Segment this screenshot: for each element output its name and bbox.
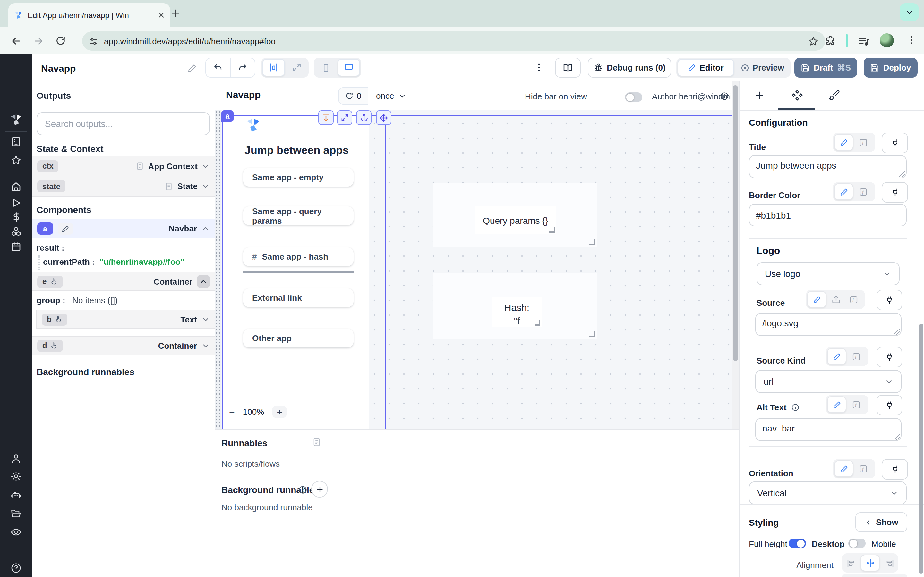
styling-show-button[interactable]: Show [855,512,907,532]
sidebar-workspace-icon[interactable] [10,136,22,147]
nav-link-external[interactable]: External link [243,288,354,307]
edit-id-pencil-icon[interactable] [57,223,73,234]
fx-mode-icon[interactable]: f [848,397,864,412]
rename-pencil-icon[interactable] [187,63,197,73]
forward-icon[interactable] [33,35,44,47]
browser-window-chevron-button[interactable] [900,3,919,21]
runnables-log-icon[interactable] [312,437,321,447]
canvas-scrollbar-thumb[interactable] [733,85,738,361]
fx-mode-icon[interactable]: f [848,349,864,364]
title-input[interactable]: Jump between apps [749,155,907,178]
tab-styling-icon[interactable] [829,89,840,101]
sidebar-runs-icon[interactable] [11,197,22,208]
fx-mode-icon[interactable]: f [846,292,861,307]
upload-mode-icon[interactable] [829,292,844,307]
orientation-select[interactable]: Vertical [749,482,907,504]
alt-text-input[interactable]: nav_bar [755,418,901,441]
search-outputs-input[interactable] [37,112,210,135]
static-mode-pencil-icon[interactable] [827,396,846,413]
media-playlist-icon[interactable] [858,35,870,47]
move-component-button[interactable] [376,110,391,125]
reload-icon[interactable] [55,35,66,46]
window-scrollbar-thumb[interactable] [919,324,923,574]
bookmark-star-icon[interactable] [808,35,819,47]
mobile-view-button[interactable] [315,60,336,76]
expand-component-button[interactable] [318,110,334,125]
sidebar-workers-icon[interactable] [10,490,22,501]
fx-mode-icon[interactable]: f [855,184,871,199]
sidebar-home-icon[interactable] [10,181,22,192]
nav-link-same-app-empty[interactable]: Same app - empty [243,168,354,187]
output-row-state[interactable]: state State [32,176,215,197]
sidebar-billing-icon[interactable] [11,211,22,222]
sidebar-favorites-icon[interactable] [10,155,22,166]
nav-link-other-app[interactable]: Other app [243,329,354,348]
deploy-button[interactable]: Deploy [864,58,918,77]
sidebar-schedules-icon[interactable] [10,241,22,253]
full-height-toggle[interactable] [788,538,806,548]
title-connect-plug-button[interactable] [882,133,908,153]
source-kind-connect-plug-button[interactable] [877,347,902,367]
tab-insert-icon[interactable] [754,90,765,101]
tab-preview[interactable]: Preview [735,60,789,76]
draft-button[interactable]: Draft ⌘S [795,58,857,77]
source-connect-plug-button[interactable] [877,290,902,310]
site-settings-icon[interactable] [89,36,98,46]
static-mode-pencil-icon[interactable] [834,460,853,477]
component-row-text-b[interactable]: b Text [36,309,215,329]
hash-text-box[interactable]: Hash: "f [492,297,541,327]
border-color-input[interactable] [749,204,907,226]
nav-link-same-app-query-params[interactable]: Same app - query params [243,206,354,225]
canvas-scrollbar[interactable] [732,81,738,429]
query-params-container[interactable]: Query params {} [433,183,597,247]
border-color-connect-plug-button[interactable] [882,182,908,203]
hash-container[interactable]: Hash: "f [433,273,597,339]
collapse-button[interactable] [197,275,210,288]
extensions-puzzle-icon[interactable] [825,35,836,47]
component-row-container-e[interactable]: e Container [32,272,215,291]
align-start-button[interactable] [843,555,859,571]
background-runnables-info-icon[interactable] [298,485,307,494]
sidebar-settings-icon[interactable] [10,471,22,482]
anchor-component-button[interactable] [356,110,372,125]
header-more-menu-icon[interactable] [534,62,544,73]
add-background-runnable-button[interactable] [311,481,328,498]
sidebar-audit-icon[interactable] [10,526,22,538]
align-end-button[interactable] [882,555,897,571]
zoom-out-button[interactable]: − [229,406,235,417]
centered-layout-button[interactable] [262,59,285,76]
app-canvas[interactable]: a Jump between apps Same app - empty Sam… [215,110,732,429]
desktop-mobile-toggle[interactable] [848,538,866,548]
author-info-icon[interactable] [720,92,729,101]
hide-bar-toggle[interactable] [625,92,642,102]
refresh-count-button[interactable]: 0 [338,87,368,105]
source-input[interactable]: /logo.svg [755,313,901,336]
sidebar-help-icon[interactable] [10,562,22,574]
fullwidth-layout-button[interactable] [286,60,307,76]
static-mode-pencil-icon[interactable] [827,348,846,365]
align-center-button[interactable] [861,554,880,571]
back-icon[interactable] [10,35,22,47]
omnibox[interactable]: app.windmill.dev/apps/edit/u/henri/navap… [82,31,825,51]
debug-runs-button[interactable]: Debug runs (0) [588,58,671,77]
redo-icon[interactable] [231,63,255,73]
static-mode-pencil-icon[interactable] [834,183,853,200]
avatar[interactable] [880,33,894,47]
zoom-in-button[interactable]: + [272,406,287,418]
windmill-logo-icon[interactable] [9,113,23,127]
static-mode-pencil-icon[interactable] [807,291,827,308]
query-params-text-box[interactable]: Query params {} [475,206,556,234]
component-row-container-d[interactable]: d Container [32,336,215,355]
static-mode-pencil-icon[interactable] [834,134,853,151]
nav-link-same-app-hash[interactable]: # Same app - hash [243,247,354,266]
source-kind-select[interactable]: url [755,370,901,393]
fx-mode-icon[interactable]: f [855,135,871,150]
undo-icon[interactable] [206,63,230,73]
sidebar-folders-icon[interactable] [10,508,22,519]
refresh-mode-dropdown[interactable]: once [376,87,406,105]
tab-close-icon[interactable] [158,11,165,19]
logo-select[interactable]: Use logo [756,262,900,285]
tab-component-settings-icon[interactable] [791,89,803,101]
output-row-ctx[interactable]: ctx App Context [32,156,215,176]
tab-editor[interactable]: Editor [678,59,734,76]
